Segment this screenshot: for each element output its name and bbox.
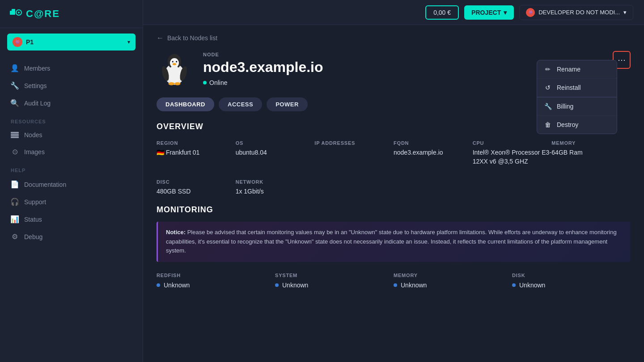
node-icon <box>157 51 192 87</box>
memory-metric-value: Unknown <box>394 282 512 289</box>
svg-rect-5 <box>11 134 19 136</box>
sidebar-item-label: Support <box>24 198 46 206</box>
debug-icon: ⚙ <box>11 232 19 241</box>
overview-disc: DISC 480GB SSD <box>157 179 236 196</box>
destroy-icon: 🗑 <box>544 121 551 128</box>
monitoring-title: MONITORING <box>157 205 631 215</box>
overview-region: REGION 🇩🇪 Frankfurt 01 <box>157 140 236 166</box>
tab-access[interactable]: ACCESS <box>219 97 262 111</box>
system-value: Unknown <box>275 282 394 289</box>
overview-memory: MEMORY 64GB Ram <box>551 140 631 166</box>
dropdown-rename[interactable]: ✏ Rename <box>537 60 617 79</box>
svg-point-15 <box>168 66 181 83</box>
tab-dashboard[interactable]: DASHBOARD <box>157 97 214 111</box>
svg-rect-6 <box>11 136 19 138</box>
project-avatar: 👾 <box>13 37 22 47</box>
monitoring-section: MONITORING Notice: Please be advised tha… <box>143 205 644 289</box>
sidebar-item-label: Settings <box>24 82 47 89</box>
back-to-nodes-link[interactable]: ← Back to Nodes list <box>157 34 217 42</box>
os-value: ubuntu8.04 <box>236 148 315 157</box>
svg-point-12 <box>172 61 174 62</box>
user-button[interactable]: 👾 DEVELOPER DO NOT MODI... ▾ <box>519 5 633 20</box>
sidebar-item-label: Nodes <box>24 131 42 139</box>
members-icon: 👤 <box>11 64 19 72</box>
project-button[interactable]: PROJECT ▾ <box>464 5 514 20</box>
billing-label: Billing <box>557 103 573 110</box>
support-icon: 🎧 <box>11 198 19 206</box>
sidebar-item-documentation[interactable]: 📄 Documentation <box>0 176 143 193</box>
tab-power[interactable]: POWER <box>267 97 308 111</box>
resources-section-label: RESOURCES <box>0 112 143 127</box>
project-selector[interactable]: 👾 P1 ▾ <box>7 34 136 51</box>
sidebar-item-debug[interactable]: ⚙ Debug <box>0 228 143 245</box>
billing-icon: 🔧 <box>544 103 551 110</box>
os-label: OS <box>236 140 315 146</box>
overview-network: NETWORK 1x 1Gbit/s <box>236 179 315 196</box>
chevron-down-icon: ▾ <box>127 39 130 45</box>
sidebar-item-settings[interactable]: 🔧 Settings <box>0 77 143 94</box>
sidebar-item-images[interactable]: ⊙ Images <box>0 143 143 160</box>
disk-label: DISK <box>512 273 631 278</box>
balance-button[interactable]: 0,00 € <box>425 5 459 20</box>
user-avatar: 👾 <box>526 8 535 17</box>
disk-value: Unknown <box>512 282 631 289</box>
topbar: 0,00 € PROJECT ▾ 👾 DEVELOPER DO NOT MODI… <box>143 0 644 25</box>
svg-point-13 <box>176 61 177 62</box>
ip-label: IP ADDRESSES <box>314 140 394 146</box>
node-type-label: NODE <box>203 52 323 57</box>
images-icon: ⊙ <box>11 147 19 156</box>
node-info: NODE node3.example.io Online <box>203 52 323 86</box>
sidebar-item-label: Audit Log <box>24 100 51 107</box>
svg-point-17 <box>174 82 180 85</box>
logo-area: C@RE <box>0 0 143 28</box>
breadcrumb: ← Back to Nodes list <box>143 25 644 51</box>
back-arrow-icon: ← <box>157 34 164 42</box>
network-value: 1x 1Gbit/s <box>236 187 315 196</box>
project-dropdown-icon: ▾ <box>504 9 507 16</box>
content-area: ← Back to Nodes list <box>143 25 644 362</box>
redfish-dot <box>157 283 160 287</box>
flag-icon: 🇩🇪 <box>157 149 166 156</box>
monitoring-disk: DISK Unknown <box>512 273 631 289</box>
overview-grid-2: DISC 480GB SSD NETWORK 1x 1Gbit/s <box>143 179 644 196</box>
network-label: NETWORK <box>236 179 315 185</box>
redfish-value: Unknown <box>157 282 275 289</box>
dropdown-billing[interactable]: 🔧 Billing <box>537 97 617 116</box>
disc-value: 480GB SSD <box>157 187 236 196</box>
dropdown-reinstall[interactable]: ↺ Reinstall <box>537 79 617 97</box>
svg-point-14 <box>173 63 176 65</box>
notice-bold: Notice: <box>166 229 186 236</box>
sidebar: C@RE 👾 P1 ▾ 👤 Members 🔧 Settings 🔍 Audit… <box>0 0 143 362</box>
svg-point-3 <box>18 12 20 13</box>
sidebar-item-nodes[interactable]: Nodes <box>0 127 143 143</box>
monitoring-grid: REDFISH Unknown SYSTEM Unknown MEMORY <box>157 273 631 289</box>
svg-point-16 <box>169 82 174 85</box>
sidebar-item-audit-log[interactable]: 🔍 Audit Log <box>0 94 143 112</box>
sidebar-item-status[interactable]: 📊 Status <box>0 210 143 228</box>
sidebar-item-label: Members <box>24 65 50 72</box>
region-value: 🇩🇪 Frankfurt 01 <box>157 148 236 157</box>
reinstall-icon: ↺ <box>544 84 551 91</box>
user-chevron-icon: ▾ <box>623 9 627 16</box>
status-badge: Online <box>203 79 323 86</box>
dropdown-destroy[interactable]: 🗑 Destroy <box>537 116 617 134</box>
status-text: Online <box>209 79 227 86</box>
sidebar-nav: 👤 Members 🔧 Settings 🔍 Audit Log RESOURC… <box>0 56 143 249</box>
node-header: NODE node3.example.io Online ⋯ ✏ Rename <box>143 51 644 97</box>
system-label: SYSTEM <box>275 273 394 278</box>
overview-ip: IP ADDRESSES <box>314 140 394 166</box>
notice-box: Notice: Please be advised that certain m… <box>157 222 631 262</box>
destroy-label: Destroy <box>557 121 578 128</box>
notice-text: Please be advised that certain monitorin… <box>166 229 617 254</box>
fqdn-label: FQDN <box>394 140 473 146</box>
sidebar-item-label: Debug <box>24 233 42 240</box>
main-area: 0,00 € PROJECT ▾ 👾 DEVELOPER DO NOT MODI… <box>143 0 644 362</box>
sidebar-item-members[interactable]: 👤 Members <box>0 59 143 77</box>
svg-rect-4 <box>11 132 19 134</box>
project-name: P1 <box>26 38 34 46</box>
cpu-value: Intel® Xeon® Processor E3-12XX v6 @3,5 G… <box>473 148 552 166</box>
monitoring-system: SYSTEM Unknown <box>275 273 394 289</box>
sidebar-item-support[interactable]: 🎧 Support <box>0 193 143 210</box>
nodes-icon <box>11 132 19 138</box>
disc-label: DISC <box>157 179 236 185</box>
